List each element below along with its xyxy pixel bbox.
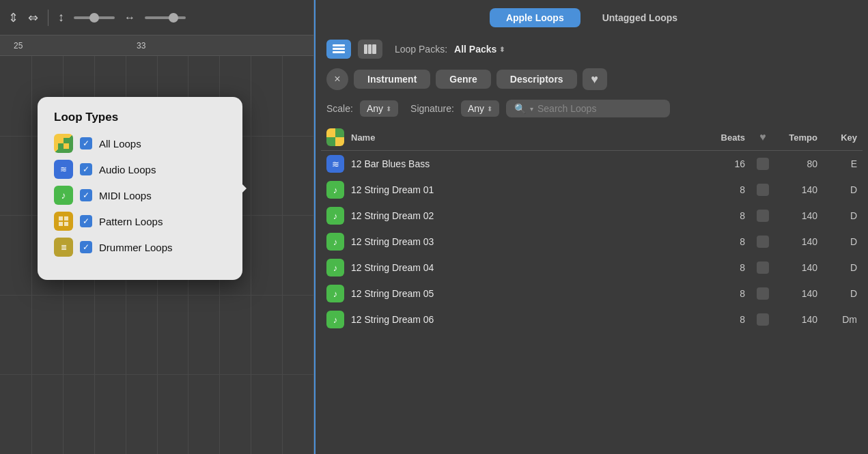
table-header: Name Beats ♥ Tempo Key [321, 124, 863, 151]
loop-label-midi: MIDI Loops [99, 190, 152, 201]
ruler-mark-33: 33 [137, 41, 145, 51]
row-fav[interactable] [751, 313, 775, 326]
instrument-button[interactable]: Instrument [354, 70, 430, 89]
row-name: 12 String Dream 06 [351, 314, 703, 325]
row-beats: 16 [703, 158, 751, 169]
row-fav[interactable] [751, 184, 775, 196]
fav-checkbox[interactable] [757, 261, 769, 274]
row-beats: 8 [703, 288, 751, 299]
ruler-mark-25: 25 [14, 41, 23, 51]
left-panel: ⇕ ⇔ ↕ ↔ 25 33 [0, 0, 314, 454]
row-beats: 8 [703, 262, 751, 273]
arrows-icon[interactable]: ↔ [124, 12, 135, 24]
scale-value: Any [367, 103, 383, 114]
row-fav[interactable] [751, 210, 775, 222]
scale-select[interactable]: Any ⬍ [360, 100, 398, 117]
loop-type-icon: ≋ [326, 155, 344, 173]
checkbox-pattern[interactable]: ✓ [80, 215, 92, 227]
loop-type-drummer[interactable]: ≣ ✓ Drummer Loops [54, 238, 226, 257]
slider-group-1 [74, 16, 115, 19]
table-row[interactable]: ≋ 12 Bar Blues Bass 16 80 E [321, 151, 863, 177]
loop-packs-select[interactable]: All Packs ⬍ [454, 44, 505, 55]
row-key: Dm [823, 314, 857, 325]
th-name: Name [351, 132, 703, 143]
row-tempo: 140 [775, 210, 823, 221]
signature-select[interactable]: Any ⬍ [461, 100, 499, 117]
search-placeholder: Search Loops [537, 103, 596, 114]
heart-icon: ♥ [591, 72, 598, 87]
loop-label-audio: Audio Loops [99, 164, 156, 175]
slider-group-2 [145, 16, 186, 19]
loop-label-drummer: Drummer Loops [99, 242, 173, 253]
fav-checkbox[interactable] [757, 184, 769, 196]
svg-rect-13 [372, 44, 376, 54]
row-fav[interactable] [751, 236, 775, 248]
svg-rect-11 [364, 44, 367, 54]
row-key: E [823, 158, 857, 169]
fav-checkbox[interactable] [757, 210, 769, 222]
table-row[interactable]: ♪ 12 String Dream 06 8 140 Dm [321, 307, 863, 332]
row-tempo: 140 [775, 288, 823, 299]
tab-apple-loops[interactable]: Apple Loops [490, 8, 580, 27]
resize-height-icon[interactable]: ⇕ [8, 10, 18, 25]
row-key: D [823, 288, 857, 299]
grid-area: Loop Types ✓ All Loops ≋ ✓ [0, 56, 313, 454]
table-row[interactable]: ♪ 12 String Dream 05 8 140 D [321, 281, 863, 307]
loop-type-midi[interactable]: ♪ ✓ MIDI Loops [54, 186, 226, 205]
slider-1[interactable] [74, 16, 115, 19]
svg-rect-2 [58, 143, 64, 149]
row-fav[interactable] [751, 261, 775, 274]
fav-checkbox[interactable] [757, 313, 769, 326]
row-fav[interactable] [751, 158, 775, 170]
row-fav[interactable] [751, 287, 775, 300]
loop-type-pattern[interactable]: ✓ Pattern Loops [54, 212, 226, 231]
scale-chevron: ⬍ [386, 105, 391, 113]
row-name: 12 Bar Blues Bass [351, 158, 703, 169]
descriptors-button[interactable]: Descriptors [496, 70, 577, 89]
checkbox-all[interactable]: ✓ [80, 137, 92, 150]
row-icon: ♪ [326, 181, 351, 199]
checkbox-midi[interactable]: ✓ [80, 189, 92, 201]
row-icon: ♪ [326, 285, 351, 302]
row-key: D [823, 184, 857, 195]
checkbox-audio[interactable]: ✓ [80, 163, 92, 175]
loop-type-icon: ♪ [326, 207, 344, 225]
signature-chevron: ⬍ [487, 105, 492, 113]
tab-untagged-loops[interactable]: Untagged Loops [586, 8, 694, 27]
loop-packs-value: All Packs [454, 44, 496, 55]
checkbox-drummer[interactable]: ✓ [80, 241, 92, 253]
svg-rect-1 [64, 138, 69, 143]
loop-type-all[interactable]: ✓ All Loops [54, 134, 226, 153]
row-tempo: 80 [775, 158, 823, 169]
fav-checkbox[interactable] [757, 158, 769, 170]
svg-rect-0 [58, 138, 64, 143]
search-box[interactable]: 🔍 ▾ Search Loops [506, 100, 670, 117]
table-row[interactable]: ♪ 12 String Dream 03 8 140 D [321, 229, 863, 255]
loop-packs-label: Loop Packs: [395, 44, 447, 55]
row-tempo: 140 [775, 184, 823, 195]
row-tempo: 140 [775, 236, 823, 247]
loop-icon-audio: ≋ [54, 160, 73, 179]
resize-width-icon[interactable]: ⇔ [28, 10, 38, 25]
table-rows-container: ≋ 12 Bar Blues Bass 16 80 E ♪ 12 String … [321, 151, 863, 332]
up-down-icon[interactable]: ↕ [58, 10, 64, 25]
row-tempo: 140 [775, 262, 823, 273]
loops-table: Name Beats ♥ Tempo Key ≋ 12 Bar Blues Ba… [316, 124, 868, 454]
svg-rect-10 [333, 51, 345, 53]
row-beats: 8 [703, 314, 751, 325]
table-row[interactable]: ♪ 12 String Dream 04 8 140 D [321, 255, 863, 281]
fav-checkbox[interactable] [757, 287, 769, 300]
loop-type-audio[interactable]: ≋ ✓ Audio Loops [54, 160, 226, 179]
view-list-button[interactable] [326, 40, 351, 59]
row-tempo: 140 [775, 314, 823, 325]
favorites-button[interactable]: ♥ [583, 68, 607, 90]
fav-checkbox[interactable] [757, 236, 769, 248]
slider-2[interactable] [145, 16, 186, 19]
th-key: Key [823, 132, 857, 143]
table-row[interactable]: ♪ 12 String Dream 02 8 140 D [321, 203, 863, 229]
loop-type-icon: ♪ [326, 259, 344, 276]
genre-button[interactable]: Genre [436, 70, 490, 89]
table-row[interactable]: ♪ 12 String Dream 01 8 140 D [321, 177, 863, 203]
clear-filter-button[interactable]: × [326, 68, 348, 90]
view-column-button[interactable] [358, 40, 382, 59]
